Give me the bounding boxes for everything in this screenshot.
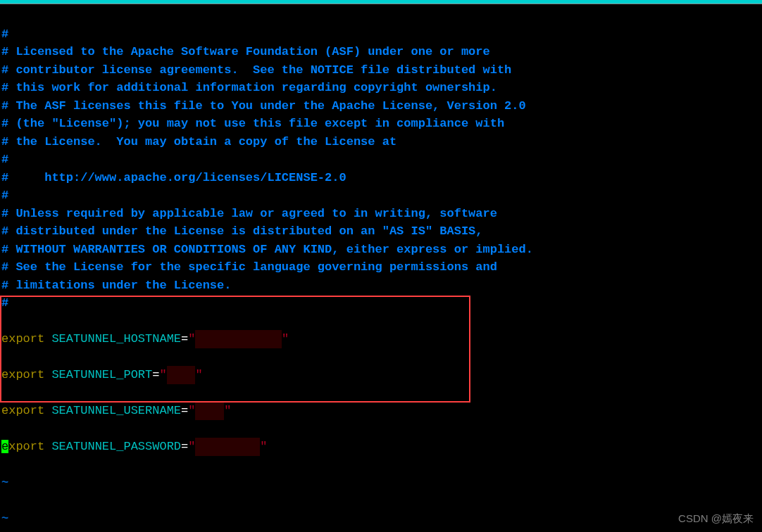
comment-line: # WITHOUT WARRANTIES OR CONDITIONS OF AN…: [1, 243, 533, 256]
comment-line: # See the License for the specific langu…: [1, 260, 497, 274]
export-keyword: export: [1, 332, 44, 346]
watermark-text: CSDN @嫣夜来: [678, 511, 754, 527]
vim-empty-line: ~: [1, 512, 8, 525]
equals-sign: =: [181, 440, 188, 453]
comment-line: # the License. You may obtain a copy of …: [1, 135, 396, 148]
comment-line: #: [1, 27, 8, 41]
comment-line: # this work for additional information r…: [1, 81, 497, 94]
comment-line: # distributed under the License is distr…: [1, 224, 483, 238]
export-password-line: export SEATUNNEL_PASSWORD=" ": [1, 438, 761, 456]
redacted-value: [167, 366, 196, 384]
vim-empty-line: ~: [1, 476, 8, 489]
redacted-value: [195, 438, 260, 456]
comment-line: #: [1, 296, 8, 310]
comment-line: # http://www.apache.org/licenses/LICENSE…: [1, 171, 346, 184]
quote-close: ": [224, 404, 231, 417]
export-username-line: export SEATUNNEL_USERNAME=" ": [1, 402, 761, 420]
env-var-name: SEATUNNEL_PORT: [51, 368, 152, 381]
terminal-viewport[interactable]: # # Licensed to the Apache Software Foun…: [0, 4, 762, 532]
equals-sign: =: [181, 332, 188, 346]
env-var-name: SEATUNNEL_PASSWORD: [51, 440, 181, 453]
env-var-name: SEATUNNEL_HOSTNAME: [51, 332, 181, 346]
comment-line: #: [1, 153, 8, 166]
comment-line: # The ASF licenses this file to You unde…: [1, 99, 526, 113]
quote-close: ": [282, 332, 289, 346]
equals-sign: =: [181, 404, 188, 417]
export-keyword: export: [1, 404, 44, 417]
env-var-name: SEATUNNEL_USERNAME: [51, 404, 181, 417]
export-keyword: export: [1, 440, 44, 453]
quote-open: ": [188, 440, 195, 453]
quote-close: ": [260, 440, 267, 453]
quote-open: ": [159, 368, 166, 381]
quote-open: ": [188, 404, 195, 417]
comment-line: # contributor license agreements. See th…: [1, 63, 511, 77]
quote-open: ": [188, 332, 195, 346]
comment-line: # Unless required by applicable law or a…: [1, 207, 497, 220]
export-hostname-line: export SEATUNNEL_HOSTNAME=" ": [1, 330, 761, 348]
comment-line: # Licensed to the Apache Software Founda…: [1, 45, 490, 58]
comment-line: # (the "License"); you may not use this …: [1, 117, 504, 130]
comment-line: #: [1, 189, 8, 202]
export-keyword: export: [1, 368, 44, 381]
export-port-line: export SEATUNNEL_PORT=" ": [1, 366, 761, 384]
quote-close: ": [195, 368, 202, 381]
redacted-value: [195, 402, 224, 420]
redacted-value: [195, 330, 281, 348]
cursor-icon: e: [1, 440, 8, 453]
comment-line: # limitations under the License.: [1, 279, 231, 292]
vim-empty-line: ~: [1, 530, 8, 533]
equals-sign: =: [152, 368, 159, 381]
